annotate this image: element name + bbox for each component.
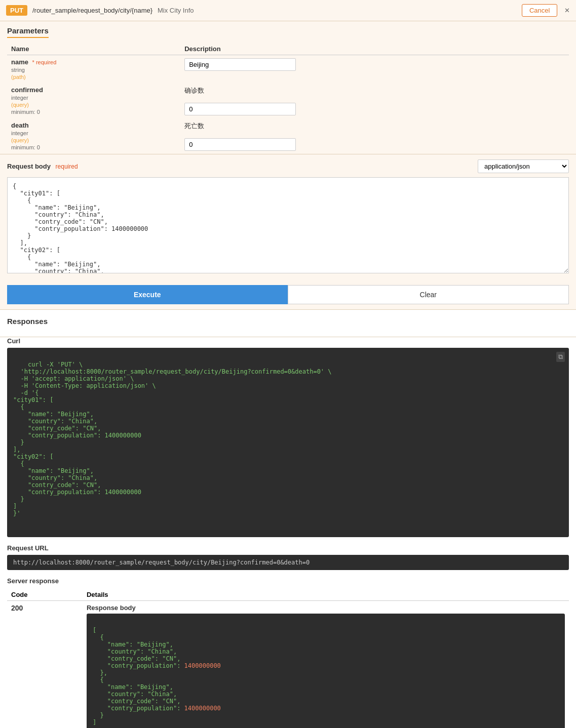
curl-section: Curl curl -X 'PUT' \ 'http://localhost:8… (0, 337, 576, 544)
param-confirmed-block: confirmed integer (query) minimum: 0 (11, 86, 176, 115)
param-death-block: death integer (query) minimum: 0 (11, 122, 176, 150)
parameters-title: Parameters (7, 26, 49, 38)
param-type: string (11, 67, 176, 73)
server-response-section: Server response Code Details 200 Respons… (0, 577, 576, 728)
param-name-label: name * required (11, 58, 176, 66)
parameters-table: Name Description name * required string … (7, 43, 569, 154)
request-url-title: Request URL (7, 544, 569, 552)
request-body-section: Request body required application/json {… (0, 154, 576, 280)
server-response-title: Server response (7, 577, 569, 585)
param-death-name: death (11, 122, 176, 129)
curl-title: Curl (7, 337, 569, 345)
top-bar-right: Cancel ✕ (522, 4, 570, 17)
confirmed-label: 确诊数 (184, 87, 204, 94)
close-icon[interactable]: ✕ (564, 7, 570, 14)
endpoint-description: Mix City Info (158, 7, 194, 14)
request-url-value: http://localhost:8000/router_sample/requ… (7, 555, 569, 570)
param-death-type: integer (11, 130, 176, 136)
responses-section: Responses (0, 310, 576, 337)
response-row-200: 200 Response body [ { "name": "Beijing",… (7, 601, 569, 729)
confirmed-desc-block: 确诊数 (184, 86, 565, 115)
curl-code-block: curl -X 'PUT' \ 'http://localhost:8000/r… (7, 348, 569, 537)
curl-copy-button[interactable]: ⧉ (556, 352, 565, 362)
response-code-200: 200 (11, 604, 23, 612)
name-input[interactable] (184, 58, 296, 71)
param-confirmed-min: minimum: 0 (11, 109, 176, 115)
cancel-button[interactable]: Cancel (522, 4, 557, 17)
death-label: 死亡数 (184, 122, 204, 130)
col-description-header: Description (180, 43, 569, 55)
execute-button[interactable]: Execute (7, 285, 288, 304)
response-col-details: Details (83, 589, 569, 601)
param-confirmed-type: integer (11, 95, 176, 101)
param-death-min: minimum: 0 (11, 144, 176, 150)
method-badge: PUT (6, 5, 27, 16)
death-input[interactable] (184, 138, 296, 151)
response-body-code: [ { "name": "Beijing", "country": "China… (87, 614, 565, 728)
param-row-death: death integer (query) minimum: 0 死亡数 (7, 118, 569, 154)
request-url-section: Request URL http://localhost:8000/router… (0, 544, 576, 577)
curl-command: curl -X 'PUT' \ 'http://localhost:8000/r… (13, 361, 332, 517)
request-body-textarea[interactable]: { "city01": [ { "name": "Beijing", "coun… (7, 177, 569, 273)
response-body-text: [ { "name": "Beijing", "country": "China… (93, 627, 221, 726)
response-body-label: Response body (87, 604, 565, 612)
request-body-label: Request body required (7, 163, 78, 170)
param-name-block: name * required string (path) (11, 58, 176, 80)
death-desc-block: 死亡数 (184, 122, 565, 151)
param-death-location: (query) (11, 137, 176, 143)
param-confirmed-location: (query) (11, 102, 176, 108)
parameters-section: Parameters Name Description name * requi… (0, 21, 576, 154)
responses-title: Responses (7, 317, 569, 326)
endpoint-path: /router_sample/request_body/city/{name} (32, 7, 152, 14)
response-col-code: Code (7, 589, 83, 601)
execute-section: Execute Clear (0, 280, 576, 309)
request-body-header: Request body required application/json (7, 159, 569, 173)
param-confirmed-name: confirmed (11, 86, 176, 94)
col-name-header: Name (7, 43, 180, 55)
response-body-block: Response body [ { "name": "Beijing", "co… (87, 604, 565, 728)
param-row-name: name * required string (path) (7, 55, 569, 84)
content-type-select[interactable]: application/json (478, 159, 569, 173)
clear-button[interactable]: Clear (288, 285, 569, 304)
top-bar-left: PUT /router_sample/request_body/city/{na… (6, 5, 194, 16)
confirmed-input[interactable] (184, 103, 296, 115)
top-bar: PUT /router_sample/request_body/city/{na… (0, 0, 576, 21)
param-row-confirmed: confirmed integer (query) minimum: 0 确诊数 (7, 83, 569, 118)
param-location: (path) (11, 74, 176, 80)
response-table: Code Details 200 Response body [ { "name… (7, 589, 569, 728)
